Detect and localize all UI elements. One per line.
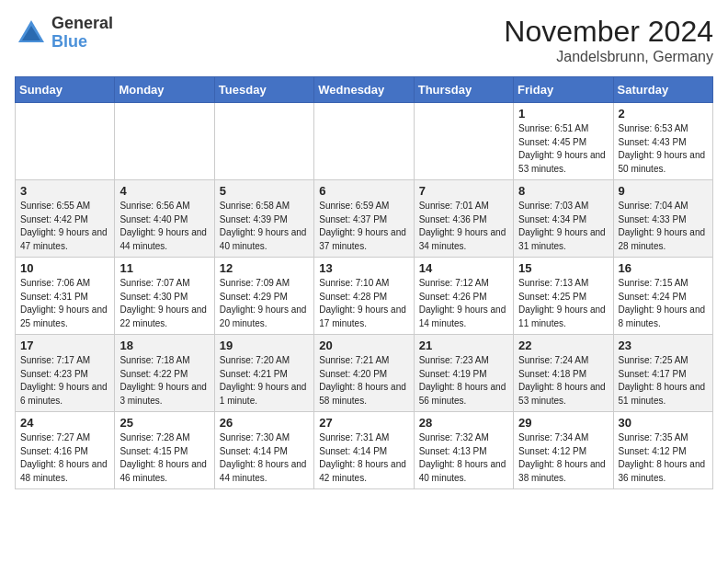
day-info: Sunrise: 7:15 AM Sunset: 4:24 PM Dayligh… (619, 277, 708, 330)
day-number: 9 (619, 184, 708, 198)
calendar-week-5: 24Sunrise: 7:27 AM Sunset: 4:16 PM Dayli… (16, 412, 713, 489)
day-info: Sunrise: 7:23 AM Sunset: 4:19 PM Dayligh… (419, 354, 508, 408)
day-info: Sunrise: 7:20 AM Sunset: 4:21 PM Dayligh… (220, 354, 309, 408)
day-number: 13 (319, 261, 408, 275)
location: Jandelsbrunn, Germany (504, 49, 713, 65)
calendar-cell (115, 103, 214, 180)
calendar-cell (214, 103, 313, 180)
day-info: Sunrise: 7:01 AM Sunset: 4:36 PM Dayligh… (419, 200, 508, 253)
calendar-cell: 4Sunrise: 6:56 AM Sunset: 4:40 PM Daylig… (115, 180, 214, 258)
calendar-cell: 20Sunrise: 7:21 AM Sunset: 4:20 PM Dayli… (314, 335, 414, 412)
day-number: 5 (220, 184, 309, 198)
header-monday: Monday (115, 77, 214, 103)
day-number: 20 (319, 339, 408, 352)
header-saturday: Saturday (613, 77, 712, 103)
calendar-cell: 16Sunrise: 7:15 AM Sunset: 4:24 PM Dayli… (613, 258, 712, 335)
day-number: 7 (419, 184, 508, 198)
calendar-cell: 7Sunrise: 7:01 AM Sunset: 4:36 PM Daylig… (414, 180, 513, 258)
day-info: Sunrise: 7:27 AM Sunset: 4:16 PM Dayligh… (20, 431, 109, 485)
calendar-cell: 9Sunrise: 7:04 AM Sunset: 4:33 PM Daylig… (613, 180, 712, 258)
day-number: 1 (518, 107, 608, 121)
title-section: November 2024 Jandelsbrunn, Germany (504, 15, 713, 65)
day-number: 16 (619, 261, 708, 275)
calendar-cell: 23Sunrise: 7:25 AM Sunset: 4:17 PM Dayli… (613, 335, 712, 412)
calendar-cell: 5Sunrise: 6:58 AM Sunset: 4:39 PM Daylig… (214, 180, 313, 258)
calendar-cell: 13Sunrise: 7:10 AM Sunset: 4:28 PM Dayli… (314, 258, 414, 335)
day-info: Sunrise: 6:55 AM Sunset: 4:42 PM Dayligh… (20, 200, 109, 253)
day-info: Sunrise: 7:03 AM Sunset: 4:34 PM Dayligh… (518, 200, 608, 253)
day-number: 27 (319, 416, 408, 430)
calendar-cell: 12Sunrise: 7:09 AM Sunset: 4:29 PM Dayli… (214, 258, 313, 335)
day-info: Sunrise: 7:30 AM Sunset: 4:14 PM Dayligh… (220, 431, 309, 485)
day-info: Sunrise: 7:31 AM Sunset: 4:14 PM Dayligh… (319, 431, 408, 485)
day-info: Sunrise: 7:24 AM Sunset: 4:18 PM Dayligh… (518, 354, 608, 408)
day-number: 3 (20, 184, 109, 198)
day-info: Sunrise: 7:09 AM Sunset: 4:29 PM Dayligh… (220, 277, 309, 330)
day-info: Sunrise: 7:18 AM Sunset: 4:22 PM Dayligh… (119, 354, 209, 408)
day-info: Sunrise: 6:56 AM Sunset: 4:40 PM Dayligh… (119, 200, 209, 253)
header-friday: Friday (514, 77, 613, 103)
day-info: Sunrise: 6:53 AM Sunset: 4:43 PM Dayligh… (619, 122, 708, 176)
calendar-week-4: 17Sunrise: 7:17 AM Sunset: 4:23 PM Dayli… (16, 335, 713, 412)
day-info: Sunrise: 7:10 AM Sunset: 4:28 PM Dayligh… (319, 277, 408, 330)
header-tuesday: Tuesday (214, 77, 313, 103)
day-number: 10 (20, 261, 109, 275)
calendar-cell: 21Sunrise: 7:23 AM Sunset: 4:19 PM Dayli… (414, 335, 513, 412)
day-info: Sunrise: 7:35 AM Sunset: 4:12 PM Dayligh… (619, 431, 708, 485)
calendar-cell: 6Sunrise: 6:59 AM Sunset: 4:37 PM Daylig… (314, 180, 414, 258)
day-info: Sunrise: 6:51 AM Sunset: 4:45 PM Dayligh… (518, 122, 608, 176)
calendar-cell: 3Sunrise: 6:55 AM Sunset: 4:42 PM Daylig… (16, 180, 115, 258)
day-number: 12 (220, 261, 309, 275)
day-info: Sunrise: 7:32 AM Sunset: 4:13 PM Dayligh… (419, 431, 508, 485)
calendar-cell (414, 103, 513, 180)
calendar-cell: 18Sunrise: 7:18 AM Sunset: 4:22 PM Dayli… (115, 335, 214, 412)
day-info: Sunrise: 7:12 AM Sunset: 4:26 PM Dayligh… (419, 277, 508, 330)
day-info: Sunrise: 7:17 AM Sunset: 4:23 PM Dayligh… (20, 354, 109, 408)
calendar-cell: 25Sunrise: 7:28 AM Sunset: 4:15 PM Dayli… (115, 412, 214, 489)
calendar-cell: 1Sunrise: 6:51 AM Sunset: 4:45 PM Daylig… (514, 103, 613, 180)
logo-blue: Blue (51, 33, 113, 52)
month-title: November 2024 (504, 15, 713, 49)
day-number: 22 (518, 339, 608, 352)
calendar-cell: 11Sunrise: 7:07 AM Sunset: 4:30 PM Dayli… (115, 258, 214, 335)
day-number: 28 (419, 416, 508, 430)
logo-text: General Blue (51, 15, 113, 52)
day-number: 29 (518, 416, 608, 430)
day-number: 26 (220, 416, 309, 430)
day-info: Sunrise: 7:07 AM Sunset: 4:30 PM Dayligh… (119, 277, 209, 330)
day-info: Sunrise: 6:58 AM Sunset: 4:39 PM Dayligh… (220, 200, 309, 253)
calendar-cell (314, 103, 414, 180)
calendar-header-row: SundayMondayTuesdayWednesdayThursdayFrid… (16, 77, 713, 103)
day-number: 23 (619, 339, 708, 352)
day-number: 14 (419, 261, 508, 275)
day-number: 25 (119, 416, 209, 430)
day-number: 6 (319, 184, 408, 198)
calendar-week-3: 10Sunrise: 7:06 AM Sunset: 4:31 PM Dayli… (16, 258, 713, 335)
calendar-cell: 2Sunrise: 6:53 AM Sunset: 4:43 PM Daylig… (613, 103, 712, 180)
calendar-cell: 27Sunrise: 7:31 AM Sunset: 4:14 PM Dayli… (314, 412, 414, 489)
calendar-cell: 15Sunrise: 7:13 AM Sunset: 4:25 PM Dayli… (514, 258, 613, 335)
day-info: Sunrise: 6:59 AM Sunset: 4:37 PM Dayligh… (319, 200, 408, 253)
logo: General Blue (15, 15, 113, 52)
calendar-cell (16, 103, 115, 180)
calendar-cell: 26Sunrise: 7:30 AM Sunset: 4:14 PM Dayli… (214, 412, 313, 489)
day-info: Sunrise: 7:34 AM Sunset: 4:12 PM Dayligh… (518, 431, 608, 485)
day-info: Sunrise: 7:13 AM Sunset: 4:25 PM Dayligh… (518, 277, 608, 330)
calendar-cell: 24Sunrise: 7:27 AM Sunset: 4:16 PM Dayli… (16, 412, 115, 489)
calendar-table: SundayMondayTuesdayWednesdayThursdayFrid… (15, 76, 713, 489)
day-info: Sunrise: 7:06 AM Sunset: 4:31 PM Dayligh… (20, 277, 109, 330)
header-wednesday: Wednesday (314, 77, 414, 103)
calendar-cell: 14Sunrise: 7:12 AM Sunset: 4:26 PM Dayli… (414, 258, 513, 335)
calendar-cell: 28Sunrise: 7:32 AM Sunset: 4:13 PM Dayli… (414, 412, 513, 489)
day-info: Sunrise: 7:21 AM Sunset: 4:20 PM Dayligh… (319, 354, 408, 408)
day-info: Sunrise: 7:25 AM Sunset: 4:17 PM Dayligh… (619, 354, 708, 408)
day-number: 8 (518, 184, 608, 198)
day-number: 18 (119, 339, 209, 352)
day-info: Sunrise: 7:28 AM Sunset: 4:15 PM Dayligh… (119, 431, 209, 485)
logo-general: General (51, 15, 113, 33)
header-thursday: Thursday (414, 77, 513, 103)
day-number: 17 (20, 339, 109, 352)
header-sunday: Sunday (16, 77, 115, 103)
day-info: Sunrise: 7:04 AM Sunset: 4:33 PM Dayligh… (619, 200, 708, 253)
day-number: 2 (619, 107, 708, 121)
